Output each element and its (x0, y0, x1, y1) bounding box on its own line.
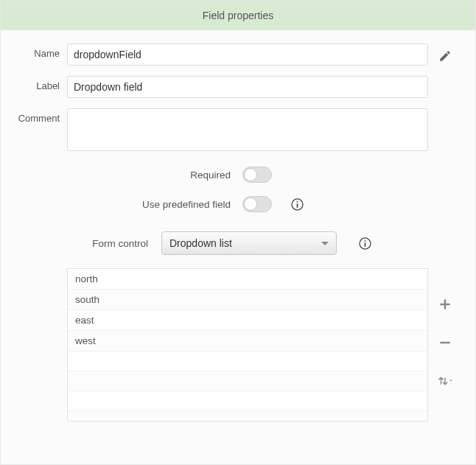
add-option-button[interactable] (435, 295, 455, 314)
form-control-row: Form control Dropdown list (14, 231, 462, 255)
list-item[interactable]: south (68, 290, 427, 310)
form-control-label: Form control (14, 238, 161, 249)
svg-rect-5 (364, 240, 365, 242)
sort-icon (437, 374, 453, 388)
svg-rect-1 (296, 203, 298, 208)
label-input[interactable] (67, 76, 428, 98)
comment-label: Comment (14, 108, 67, 124)
label-row: Label (14, 76, 462, 98)
caret-down-icon (321, 242, 329, 245)
svg-rect-8 (440, 342, 449, 344)
svg-rect-4 (364, 242, 365, 247)
remove-option-button[interactable] (435, 333, 455, 352)
info-icon (290, 197, 304, 211)
predefined-row: Use predefined field (14, 193, 462, 215)
form-control-select[interactable]: Dropdown list (161, 231, 337, 255)
list-item[interactable]: west (68, 331, 427, 352)
options-actions (428, 268, 462, 422)
comment-row: Comment (14, 108, 462, 153)
pencil-icon (438, 49, 452, 63)
required-toggle[interactable] (242, 167, 272, 183)
predefined-label: Use predefined field (14, 199, 242, 210)
panel-body: Name Label Comment (1, 30, 475, 422)
predefined-info-button[interactable] (290, 197, 304, 211)
comment-input[interactable] (67, 108, 428, 151)
info-icon (358, 237, 372, 251)
required-row: Required (14, 164, 462, 186)
minus-icon (438, 335, 452, 350)
label-label: Label (14, 76, 67, 91)
form-control-info-button[interactable] (357, 236, 372, 251)
field-properties-panel: Field properties Name Label (0, 0, 476, 465)
list-item[interactable]: east (68, 310, 427, 331)
required-label: Required (14, 169, 242, 181)
list-empty-row (68, 352, 427, 371)
list-empty-row (68, 371, 427, 391)
form-control-value: Dropdown list (169, 237, 232, 249)
name-label: Name (14, 43, 67, 59)
list-empty-row (68, 411, 427, 422)
edit-name-button[interactable] (435, 46, 455, 66)
predefined-toggle[interactable] (242, 196, 272, 212)
toggle-knob (244, 197, 257, 211)
svg-rect-2 (296, 201, 298, 203)
name-row: Name (14, 43, 462, 66)
options-list[interactable]: north south east west (67, 268, 428, 422)
name-input[interactable] (67, 43, 428, 66)
list-empty-row (68, 391, 427, 411)
panel-header: Field properties (1, 1, 475, 30)
list-item[interactable]: north (68, 269, 427, 290)
toggle-knob (244, 168, 257, 181)
svg-rect-7 (440, 304, 449, 306)
sort-options-button[interactable] (435, 371, 455, 391)
plus-icon (438, 297, 452, 312)
options-area: north south east west (67, 268, 462, 422)
panel-title: Field properties (203, 10, 274, 21)
